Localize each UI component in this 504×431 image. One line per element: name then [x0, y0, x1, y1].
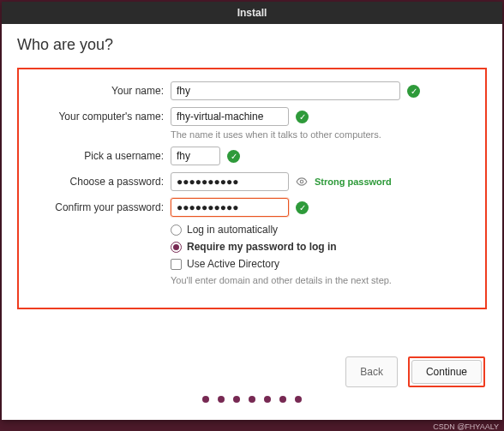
label-password: Choose a password: — [31, 176, 164, 188]
check-icon: ✓ — [296, 111, 309, 123]
label-your-name: Your name: — [31, 85, 164, 97]
confirm-password-input[interactable]: ●●●●●●●●●● — [171, 198, 289, 217]
checkbox-icon — [171, 259, 182, 270]
progress-dot — [264, 396, 271, 403]
progress-dot — [233, 396, 240, 403]
content-area: Who are you? Your name: ✓ Your computer'… — [2, 24, 502, 420]
radio-require-password[interactable]: Require my password to log in — [171, 241, 473, 253]
radio-icon — [171, 242, 182, 253]
progress-dot — [202, 396, 209, 403]
check-icon: ✓ — [407, 85, 420, 98]
check-icon: ✓ — [227, 150, 240, 163]
window-title: Install — [237, 7, 267, 19]
footer-buttons: Back Continue — [17, 350, 487, 391]
password-input[interactable]: ●●●●●●●●●● — [171, 172, 289, 191]
titlebar: Install — [2, 2, 502, 24]
computer-name-input[interactable] — [171, 107, 289, 126]
progress-dot — [249, 396, 255, 403]
your-name-input[interactable] — [171, 81, 400, 100]
label-username: Pick a username: — [31, 150, 164, 162]
row-confirm: Confirm your password: ●●●●●●●●●● ✓ — [31, 198, 473, 217]
radio-icon — [171, 224, 182, 236]
back-button[interactable]: Back — [345, 356, 398, 387]
form-annotation-box: Your name: ✓ Your computer's name: ✓ The… — [17, 68, 487, 309]
progress-dot — [218, 396, 225, 403]
row-password: Choose a password: ●●●●●●●●●● Strong pas… — [31, 172, 473, 191]
page-title: Who are you? — [17, 36, 487, 54]
label-confirm: Confirm your password: — [31, 201, 164, 213]
row-username: Pick a username: ✓ — [31, 147, 473, 165]
eye-icon[interactable] — [296, 176, 308, 188]
checkbox-use-ad[interactable]: Use Active Directory — [171, 258, 473, 270]
radio-label: Require my password to log in — [187, 241, 337, 253]
continue-button[interactable]: Continue — [411, 360, 482, 384]
progress-dots — [17, 391, 487, 411]
checkbox-label: Use Active Directory — [187, 258, 279, 270]
row-your-name: Your name: ✓ — [31, 81, 473, 100]
watermark: CSDN @FHYAALY — [433, 422, 499, 431]
row-computer-name: Your computer's name: ✓ — [31, 107, 473, 126]
radio-label: Log in automatically — [187, 224, 278, 236]
username-input[interactable] — [171, 147, 220, 165]
computer-name-hint: The name it uses when it talks to other … — [171, 129, 473, 140]
password-strength: Strong password — [315, 177, 392, 187]
radio-auto-login[interactable]: Log in automatically — [171, 224, 473, 236]
install-window: Install Who are you? Your name: ✓ Your c… — [2, 2, 502, 420]
check-icon: ✓ — [296, 201, 309, 214]
ad-hint: You'll enter domain and other details in… — [171, 275, 473, 285]
label-computer-name: Your computer's name: — [31, 111, 164, 123]
continue-annotation-box: Continue — [408, 356, 485, 387]
svg-point-0 — [300, 180, 303, 183]
progress-dot — [279, 396, 286, 403]
progress-dot — [295, 396, 302, 403]
